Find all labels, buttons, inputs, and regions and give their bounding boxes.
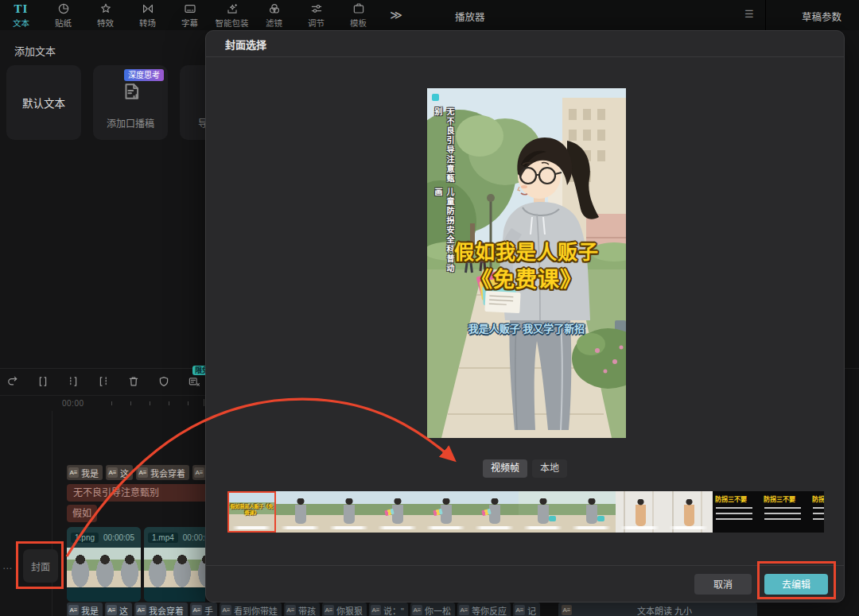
video-clip[interactable]: 1.mp4 00:00:05 bbox=[144, 527, 205, 602]
filmstrip-frame-3[interactable] bbox=[325, 491, 373, 533]
card-default-text[interactable]: 默认文本 bbox=[6, 65, 81, 140]
text-clip[interactable]: A≡我是 bbox=[67, 602, 103, 616]
text-clip[interactable]: A≡等你反应 bbox=[457, 602, 511, 616]
text-clip[interactable]: A≡记 bbox=[513, 602, 540, 616]
text-clip[interactable]: A≡这 bbox=[106, 465, 133, 480]
filmstrip-frame-5[interactable] bbox=[422, 491, 470, 533]
toolbar-more-button[interactable]: ≫ bbox=[379, 8, 413, 22]
go-edit-button[interactable]: 去编辑 bbox=[764, 574, 828, 595]
filmstrip-frame-11[interactable]: 防拐三不要 bbox=[713, 491, 761, 533]
text-clip-icon: A≡ bbox=[192, 605, 202, 615]
tab-local[interactable]: 本地 bbox=[532, 459, 567, 478]
subtitle-clip-track: A≡我是A≡这A≡我会穿着A≡手A≡看到你带娃A≡带孩A≡你狠狠A≡说："A≡你… bbox=[67, 602, 554, 616]
filmstrip-frame-7[interactable] bbox=[519, 491, 567, 533]
card-add-script[interactable]: 添加口播稿深度思考 bbox=[93, 65, 168, 140]
text-clip-icon: A≡ bbox=[194, 467, 204, 478]
video-clip[interactable]: 1.png 00:00:05 bbox=[67, 527, 141, 602]
caption-icon bbox=[184, 2, 196, 16]
clip-name: 1.mp4 bbox=[148, 533, 178, 543]
video-track: 1.png 00:00:05 1.mp4 00:00:05 bbox=[67, 527, 205, 602]
tab-video-frame[interactable]: 视频帧 bbox=[483, 459, 527, 478]
transition-icon bbox=[142, 2, 154, 16]
toolbar-item-adjust[interactable]: 调节 bbox=[295, 0, 337, 30]
text-clip-icon: A≡ bbox=[515, 605, 525, 615]
frame-caption-bar bbox=[426, 526, 465, 529]
text-clip-icon: A≡ bbox=[107, 605, 117, 615]
timeline-ruler[interactable]: 00:00 bbox=[0, 397, 205, 411]
toolbar-item-caption[interactable]: 字幕 bbox=[169, 0, 211, 30]
text-clip[interactable]: A≡我会穿着 bbox=[136, 465, 189, 480]
toolbar-item-effects[interactable]: 特效 bbox=[84, 0, 126, 30]
text-clip-icon: A≡ bbox=[324, 605, 334, 615]
text-clip[interactable]: A≡看到你带娃 bbox=[220, 602, 282, 616]
poster-logo-mark bbox=[432, 94, 439, 101]
text-clip-icon: A≡ bbox=[371, 605, 381, 615]
text-clip[interactable]: A≡我会穿着 bbox=[134, 602, 188, 616]
text-clip[interactable]: A≡你一松 bbox=[410, 602, 455, 616]
toolbar-item-smart-pack[interactable]: 智能包装 bbox=[211, 0, 253, 30]
cover-button[interactable]: 封面 bbox=[23, 549, 58, 583]
undo-icon[interactable] bbox=[6, 375, 21, 389]
text-clip-icon: A≡ bbox=[562, 605, 572, 615]
text-clip-icon: A≡ bbox=[459, 605, 469, 615]
clip-thumbnails bbox=[144, 548, 205, 587]
frame-caption-bar bbox=[329, 526, 368, 529]
toolbar-item-filter[interactable]: 滤镜 bbox=[253, 0, 295, 30]
player-menu-icon[interactable]: ☰ bbox=[744, 8, 754, 20]
cancel-button[interactable]: 取消 bbox=[694, 574, 752, 595]
split-icon[interactable] bbox=[37, 375, 51, 389]
text-clip[interactable]: A≡你狠狠 bbox=[322, 602, 367, 616]
toolbar-item-transition[interactable]: 转场 bbox=[126, 0, 169, 30]
frame-caption-bar bbox=[572, 526, 611, 529]
text-clip-track: A≡我是A≡这A≡我会穿着A≡手 bbox=[67, 465, 205, 480]
text-clear-icon[interactable] bbox=[188, 375, 202, 389]
frame-filmstrip: 假如我是人贩子《免费课》防拐三不要防拐三不要防拐三不要 bbox=[227, 491, 824, 533]
scene-text-clip[interactable]: 假如 bbox=[67, 505, 97, 522]
text-clip-icon: A≡ bbox=[286, 605, 296, 615]
toolbar-item-text-tool[interactable]: TI文本 bbox=[0, 0, 42, 30]
split-left-icon[interactable] bbox=[67, 375, 81, 389]
toolbar-item-template[interactable]: 模板 bbox=[337, 0, 379, 30]
tts-clip[interactable]: A≡ 文本朗读 九小 bbox=[558, 602, 757, 616]
toolbar-item-sticker[interactable]: 贴纸 bbox=[42, 0, 84, 30]
frame-caption-bar bbox=[475, 526, 514, 529]
deep-think-badge: 深度思考 bbox=[124, 69, 164, 81]
frame-title: 防拐三不要 bbox=[764, 494, 808, 503]
filmstrip-frame-1[interactable]: 假如我是人贩子《免费课》 bbox=[227, 491, 276, 533]
clip-duration: 00:00:05 bbox=[103, 533, 134, 542]
filmstrip-frame-4[interactable] bbox=[373, 491, 422, 533]
clip-audio-strip bbox=[67, 587, 141, 602]
warning-text-clip[interactable]: 无不良引导注意甄别 bbox=[67, 484, 205, 502]
filmstrip-frame-9[interactable] bbox=[616, 491, 664, 533]
text-clip-icon: A≡ bbox=[221, 605, 231, 615]
clip-name: 1.png bbox=[71, 533, 99, 543]
filmstrip-frame-12[interactable]: 防拐三不要 bbox=[761, 491, 810, 533]
text-clip[interactable]: A≡说：" bbox=[369, 602, 408, 616]
filmstrip-frame-8[interactable] bbox=[567, 491, 616, 533]
text-clip[interactable]: A≡带孩 bbox=[284, 602, 320, 616]
sticker-icon bbox=[57, 2, 70, 16]
filmstrip-frame-2[interactable] bbox=[276, 491, 325, 533]
text-clip[interactable]: A≡手 bbox=[190, 602, 217, 616]
adjust-icon bbox=[310, 2, 323, 16]
cover-preview[interactable]: 无不良引导注意甄别 儿童防拐安全科普动画 假如我是人贩子 《免费课》 我是人贩子… bbox=[427, 88, 626, 438]
ruler-timestamp: 00:00 bbox=[62, 399, 84, 408]
text-clip[interactable]: A≡这 bbox=[105, 602, 132, 616]
clip-thumbnails bbox=[67, 548, 141, 587]
delete-icon[interactable] bbox=[127, 375, 142, 389]
filmstrip-frame-10[interactable] bbox=[664, 491, 713, 533]
split-right-icon[interactable] bbox=[97, 375, 111, 389]
track-options-ellipsis[interactable]: ⋯ bbox=[2, 563, 13, 574]
cover-source-tabs: 视频帧本地 bbox=[206, 459, 844, 478]
text-clip[interactable]: A≡我是 bbox=[67, 465, 103, 480]
poster-subtitle: 我是人贩子 我又学了新招 bbox=[427, 320, 626, 335]
frame-caption-bar bbox=[523, 526, 562, 529]
frame-title: 防拐三不要 bbox=[812, 494, 824, 503]
mask-icon[interactable] bbox=[157, 375, 172, 389]
poster-title-line2: 《免费课》 bbox=[427, 262, 626, 293]
text-clip[interactable]: A≡手 bbox=[192, 465, 205, 480]
filmstrip-frame-6[interactable] bbox=[470, 491, 519, 533]
timeline-toolbar bbox=[0, 369, 205, 396]
filmstrip-frame-13[interactable]: 防拐三不要 bbox=[810, 491, 824, 533]
text-clip-icon: A≡ bbox=[107, 467, 118, 478]
